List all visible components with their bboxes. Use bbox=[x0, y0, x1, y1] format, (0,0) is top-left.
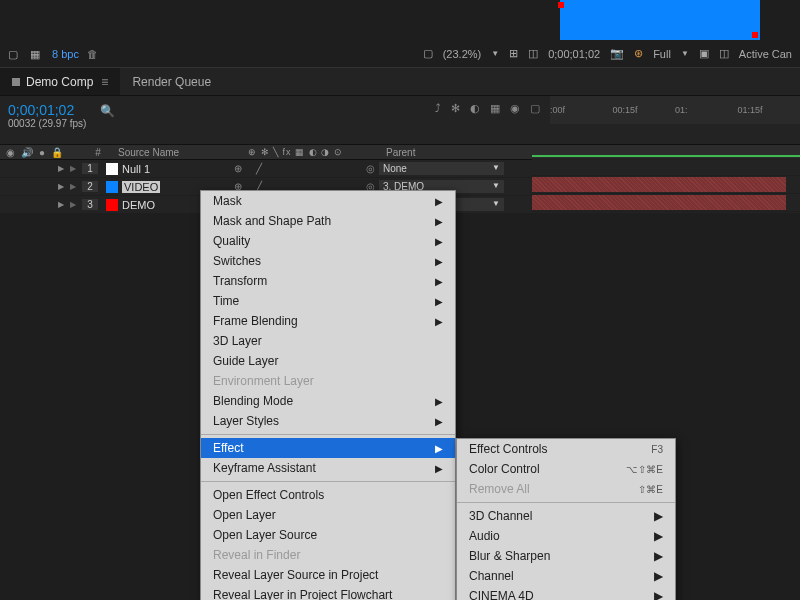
lock-header-icon[interactable]: 🔒 bbox=[51, 147, 63, 158]
layer-number: 3 bbox=[82, 199, 98, 210]
eye-toggle[interactable] bbox=[6, 163, 18, 175]
submenu-arrow-icon: ▶ bbox=[435, 396, 443, 407]
menu-item-mask-and-shape-path[interactable]: Mask and Shape Path▶ bbox=[201, 211, 455, 231]
menu-label: 3D Layer bbox=[213, 334, 262, 348]
pickwhip-icon[interactable]: ◎ bbox=[366, 163, 375, 174]
menu-item-open-layer[interactable]: Open Layer bbox=[201, 505, 455, 525]
expand-arrow-icon[interactable]: ▶ bbox=[58, 164, 70, 173]
video-switch-icon[interactable]: ⊕ bbox=[234, 163, 242, 174]
menu-item-effect[interactable]: Effect▶ bbox=[201, 438, 455, 458]
bin-icon[interactable]: ▢ bbox=[8, 48, 22, 60]
track-area[interactable] bbox=[532, 158, 800, 212]
current-timecode[interactable]: 0;00;01;02 bbox=[8, 102, 86, 118]
trash-icon[interactable]: 🗑 bbox=[87, 48, 101, 60]
solo-toggle[interactable] bbox=[18, 199, 30, 211]
menu-item-open-layer-source[interactable]: Open Layer Source bbox=[201, 525, 455, 545]
res-arrow-icon[interactable]: ▼ bbox=[681, 49, 689, 58]
menu-label: Channel bbox=[469, 569, 514, 583]
submenu-item-remove-all: Remove All⇧⌘E bbox=[457, 479, 675, 499]
color-swatch[interactable] bbox=[106, 199, 118, 211]
expand-arrow-icon[interactable]: ▶ bbox=[58, 200, 70, 209]
menu-item-time[interactable]: Time▶ bbox=[201, 291, 455, 311]
col-parent[interactable]: Parent bbox=[382, 147, 522, 158]
track[interactable] bbox=[532, 158, 800, 176]
monitor-icon[interactable]: ▢ bbox=[423, 47, 433, 60]
submenu-item-audio[interactable]: Audio▶ bbox=[457, 526, 675, 546]
col-number[interactable]: # bbox=[82, 147, 114, 158]
layer-context-menu: Mask▶Mask and Shape Path▶Quality▶Switche… bbox=[200, 190, 456, 600]
track[interactable] bbox=[532, 176, 800, 194]
menu-item-blending-mode[interactable]: Blending Mode▶ bbox=[201, 391, 455, 411]
menu-label: Guide Layer bbox=[213, 354, 278, 368]
expand-arrow-icon[interactable]: ▶ bbox=[58, 182, 70, 191]
menu-item-transform[interactable]: Transform▶ bbox=[201, 271, 455, 291]
menu-separator bbox=[201, 434, 455, 435]
zoom-level[interactable]: (23.2%) bbox=[443, 48, 482, 60]
twirl-icon[interactable]: ▶ bbox=[70, 182, 82, 191]
eye-toggle[interactable] bbox=[6, 181, 18, 193]
menu-item-keyframe-assistant[interactable]: Keyframe Assistant▶ bbox=[201, 458, 455, 478]
motion-blur-icon[interactable]: ◐ bbox=[470, 102, 480, 115]
submenu-item-channel[interactable]: Channel▶ bbox=[457, 566, 675, 586]
mask-icon[interactable]: ◫ bbox=[528, 47, 538, 60]
comp-icon[interactable]: ✻ bbox=[451, 102, 460, 115]
menu-label: Open Layer bbox=[213, 508, 276, 522]
menu-item-switches[interactable]: Switches▶ bbox=[201, 251, 455, 271]
menu-item-quality[interactable]: Quality▶ bbox=[201, 231, 455, 251]
solo-toggle[interactable] bbox=[18, 181, 30, 193]
submenu-item-effect-controls[interactable]: Effect ControlsF3 bbox=[457, 439, 675, 459]
menu-item-reveal-in-finder: Reveal in Finder bbox=[201, 545, 455, 565]
submenu-item-blur-sharpen[interactable]: Blur & Sharpen▶ bbox=[457, 546, 675, 566]
submenu-item-cinema-4d[interactable]: CINEMA 4D▶ bbox=[457, 586, 675, 600]
menu-item-frame-blending[interactable]: Frame Blending▶ bbox=[201, 311, 455, 331]
menu-item-layer-styles[interactable]: Layer Styles▶ bbox=[201, 411, 455, 431]
eye-toggle[interactable] bbox=[6, 199, 18, 211]
menu-item-reveal-layer-in-project-flowchart[interactable]: Reveal Layer in Project Flowchart bbox=[201, 585, 455, 600]
solo-header-icon[interactable]: ● bbox=[39, 147, 45, 158]
tab-menu-icon[interactable]: ≡ bbox=[101, 75, 108, 89]
menu-item-3d-layer[interactable]: 3D Layer bbox=[201, 331, 455, 351]
grid-icon[interactable]: ⊞ bbox=[509, 47, 518, 60]
collapse-switch-icon[interactable]: ╱ bbox=[256, 163, 262, 174]
menu-item-open-effect-controls[interactable]: Open Effect Controls bbox=[201, 485, 455, 505]
snapshot-icon[interactable]: 📷 bbox=[610, 47, 624, 60]
menu-item-mask[interactable]: Mask▶ bbox=[201, 191, 455, 211]
bpc-indicator[interactable]: 8 bpc bbox=[52, 48, 79, 60]
resolution-dropdown[interactable]: Full bbox=[653, 48, 671, 60]
menu-item-reveal-layer-source-in-project[interactable]: Reveal Layer Source in Project bbox=[201, 565, 455, 585]
clip-bar[interactable] bbox=[532, 177, 786, 192]
frame-blend-icon[interactable]: ▦ bbox=[490, 102, 500, 115]
submenu-item-3d-channel[interactable]: 3D Channel▶ bbox=[457, 506, 675, 526]
eye-header-icon[interactable]: ◉ bbox=[6, 147, 15, 158]
speaker-header-icon[interactable]: 🔊 bbox=[21, 147, 33, 158]
tab-render-queue[interactable]: Render Queue bbox=[120, 68, 223, 95]
folder-icon[interactable]: ▦ bbox=[30, 48, 44, 60]
tab-demo-comp[interactable]: Demo Comp ≡ bbox=[0, 68, 120, 95]
color-swatch[interactable] bbox=[106, 163, 118, 175]
twirl-icon[interactable]: ▶ bbox=[70, 200, 82, 209]
shy-icon[interactable]: ⤴ bbox=[435, 102, 441, 115]
active-camera[interactable]: Active Can bbox=[739, 48, 792, 60]
view2-icon[interactable]: ◫ bbox=[719, 47, 729, 60]
menu-label: Mask and Shape Path bbox=[213, 214, 331, 228]
zoom-dropdown-icon[interactable]: ▼ bbox=[491, 49, 499, 58]
search-icon[interactable]: 🔍 bbox=[100, 104, 115, 118]
solo-toggle[interactable] bbox=[18, 163, 30, 175]
channels-icon[interactable]: ⊛ bbox=[634, 47, 643, 60]
parent-dropdown[interactable]: None▼ bbox=[379, 162, 504, 175]
clip-bar[interactable] bbox=[532, 195, 786, 210]
col-source-name[interactable]: Source Name bbox=[114, 147, 244, 158]
time-ruler[interactable]: :00f 00:15f 01: 01:15f bbox=[550, 96, 800, 124]
submenu-item-color-control[interactable]: Color Control⌥⇧⌘E bbox=[457, 459, 675, 479]
marker-icon[interactable]: ▢ bbox=[530, 102, 540, 115]
graph-icon[interactable]: ◉ bbox=[510, 102, 520, 115]
twirl-icon[interactable]: ▶ bbox=[70, 164, 82, 173]
view-icon[interactable]: ▣ bbox=[699, 47, 709, 60]
menu-label: Color Control bbox=[469, 462, 540, 476]
layer-name[interactable]: Null 1 bbox=[122, 163, 228, 175]
viewer-timecode[interactable]: 0;00;01;02 bbox=[548, 48, 600, 60]
color-swatch[interactable] bbox=[106, 181, 118, 193]
menu-label: 3D Channel bbox=[469, 509, 532, 523]
menu-item-guide-layer[interactable]: Guide Layer bbox=[201, 351, 455, 371]
track[interactable] bbox=[532, 194, 800, 212]
